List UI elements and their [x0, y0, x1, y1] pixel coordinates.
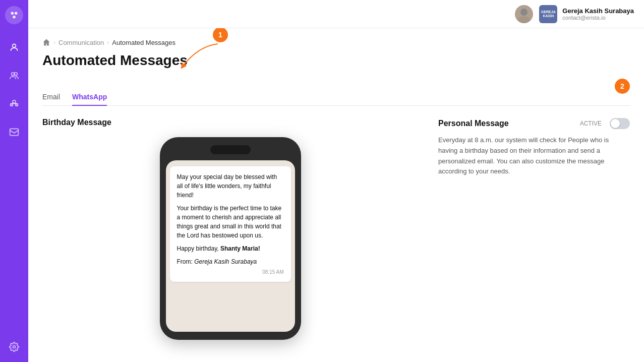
svg-point-3 — [13, 44, 16, 47]
panels: Birthday Message May your special day be… — [42, 118, 630, 340]
message-line-2: Your birthday is the perfect time to tak… — [177, 204, 284, 240]
message-bubble: May your special day be blessed with all… — [170, 166, 291, 282]
active-toggle[interactable] — [610, 118, 630, 129]
message-line-1: May your special day be blessed with all… — [177, 172, 284, 200]
annotation-2-container: 2 — [615, 79, 630, 94]
svg-point-5 — [14, 73, 17, 76]
message-name: Shanty Maria! — [220, 245, 260, 252]
breadcrumb-sep-1: › — [53, 39, 55, 46]
org-details: Gereja Kasih Surabaya contact@erista.io — [562, 7, 634, 21]
message-time: 08:15 AM — [177, 268, 284, 276]
toggle-container: ACTIVE — [580, 118, 630, 129]
birthday-panel: Birthday Message May your special day be… — [42, 118, 418, 340]
content-area: › Communication › Automated Messages Aut… — [28, 28, 644, 362]
svg-point-2 — [13, 16, 16, 18]
org-info: GEREJAKASIH Gereja Kasih Surabaya contac… — [539, 5, 634, 23]
main-content: GEREJAKASIH Gereja Kasih Surabaya contac… — [28, 0, 644, 362]
message-from-prefix: From: — [177, 258, 195, 265]
tab-whatsapp[interactable]: WhatsApp — [72, 89, 107, 106]
phone-screen: May your special day be blessed with all… — [166, 160, 295, 332]
sidebar-item-group[interactable] — [5, 95, 23, 113]
message-from-org: Gereja Kasih Surabaya — [194, 258, 257, 265]
org-logo: GEREJAKASIH — [539, 5, 557, 23]
personal-message-panel: Personal Message ACTIVE Everyday at 8 a.… — [438, 118, 630, 340]
svg-point-6 — [13, 100, 16, 103]
breadcrumb-current: Automated Messages — [112, 39, 175, 46]
toggle-knob — [611, 119, 620, 128]
annotation-badge-2: 2 — [615, 79, 630, 94]
personal-message-description: Everyday at 8 a.m. our system will check… — [438, 135, 630, 177]
org-name: Gereja Kasih Surabaya — [562, 7, 634, 15]
home-icon[interactable] — [42, 38, 50, 46]
svg-point-0 — [11, 12, 14, 15]
sidebar — [0, 0, 28, 362]
org-email: contact@erista.io — [562, 15, 634, 21]
sidebar-item-mail[interactable] — [5, 123, 23, 141]
breadcrumb-communication[interactable]: Communication — [58, 39, 104, 46]
sidebar-item-settings[interactable] — [5, 338, 23, 356]
breadcrumb-sep-2: › — [107, 39, 109, 46]
active-label: ACTIVE — [580, 120, 602, 127]
sidebar-item-person[interactable] — [5, 38, 23, 56]
tabs-container: Email WhatsApp 2 — [42, 89, 630, 106]
svg-rect-9 — [10, 129, 19, 135]
phone-notch — [210, 145, 251, 154]
svg-point-1 — [15, 12, 17, 15]
sidebar-item-users[interactable] — [5, 67, 23, 85]
svg-point-12 — [520, 9, 528, 16]
app-logo[interactable] — [5, 6, 23, 24]
message-line-3: Happy birthday, Shanty Maria! — [177, 244, 284, 253]
user-avatar[interactable] — [515, 5, 533, 23]
message-line-4: From: Gereja Kasih Surabaya — [177, 257, 284, 266]
topbar: GEREJAKASIH Gereja Kasih Surabaya contac… — [28, 0, 644, 28]
phone-mockup: May your special day be blessed with all… — [160, 137, 301, 340]
personal-message-title: Personal Message — [438, 119, 509, 128]
svg-point-4 — [12, 73, 15, 76]
page-title: Automated Messages — [42, 52, 188, 69]
birthday-section-title: Birthday Message — [42, 118, 418, 127]
tab-email[interactable]: Email — [42, 89, 60, 106]
breadcrumb: › Communication › Automated Messages — [42, 38, 630, 46]
svg-point-10 — [13, 346, 16, 348]
message-happy-birthday-prefix: Happy birthday, — [177, 245, 221, 252]
personal-message-header: Personal Message ACTIVE — [438, 118, 630, 129]
